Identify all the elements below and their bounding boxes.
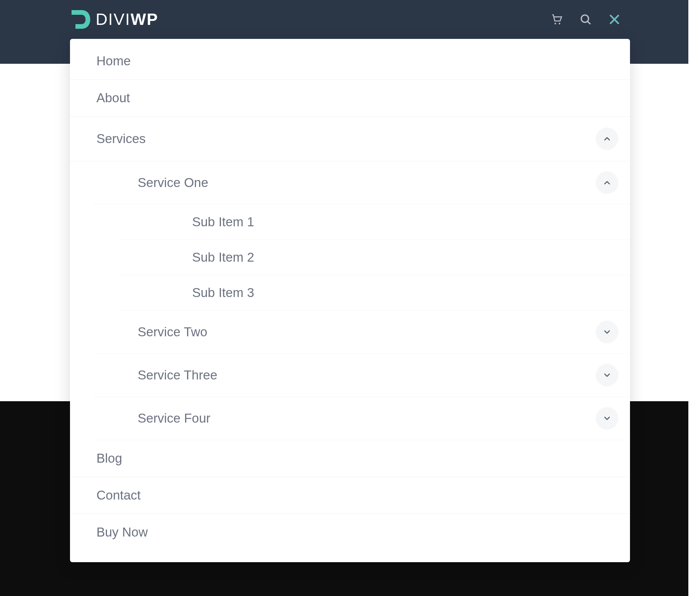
mobile-menu-panel: Home About Services Service One Sub Item…: [70, 39, 630, 562]
menu-item-home[interactable]: Home: [70, 43, 630, 80]
menu-item-label: About: [96, 91, 130, 105]
search-icon[interactable]: [578, 12, 593, 27]
menu-item-sub-2[interactable]: Sub Item 2: [121, 240, 630, 275]
expand-toggle[interactable]: [596, 364, 618, 386]
logo-text: DIVIWP: [96, 10, 158, 29]
collapse-toggle[interactable]: [596, 128, 618, 150]
menu-item-sub-3[interactable]: Sub Item 3: [121, 275, 630, 311]
close-icon[interactable]: [607, 12, 622, 27]
svg-point-1: [559, 23, 560, 24]
menu-item-about[interactable]: About: [70, 80, 630, 117]
menu-item-services[interactable]: Services: [70, 117, 630, 161]
expand-toggle[interactable]: [596, 407, 618, 430]
chevron-down-icon: [602, 414, 612, 423]
menu-item-blog[interactable]: Blog: [70, 440, 630, 477]
collapse-toggle[interactable]: [596, 171, 618, 194]
svg-point-0: [555, 23, 556, 24]
site-header: DIVIWP: [0, 0, 700, 39]
site-logo[interactable]: DIVIWP: [70, 9, 158, 30]
menu-item-label: Sub Item 3: [192, 285, 254, 300]
svg-line-3: [588, 21, 590, 24]
chevron-down-icon: [602, 371, 612, 380]
menu-item-service-three[interactable]: Service Three: [93, 354, 630, 397]
menu-item-label: Sub Item 2: [192, 250, 254, 265]
logo-icon: [70, 9, 92, 30]
chevron-up-icon: [602, 134, 612, 143]
menu-item-buy-now[interactable]: Buy Now: [70, 514, 630, 551]
menu-item-sub-1[interactable]: Sub Item 1: [121, 204, 630, 240]
menu-item-label: Blog: [96, 451, 122, 466]
menu-item-contact[interactable]: Contact: [70, 477, 630, 514]
menu-item-label: Service One: [138, 175, 208, 190]
menu-item-label: Home: [96, 54, 131, 68]
menu-item-label: Contact: [96, 488, 141, 503]
chevron-up-icon: [602, 178, 612, 187]
menu-item-label: Services: [96, 131, 146, 146]
chevron-down-icon: [602, 327, 612, 337]
menu-item-label: Service Three: [138, 368, 217, 383]
svg-point-2: [581, 15, 589, 23]
menu-item-service-two[interactable]: Service Two: [93, 311, 630, 354]
menu-item-label: Buy Now: [96, 525, 148, 540]
menu-item-label: Sub Item 1: [192, 215, 254, 229]
menu-item-label: Service Four: [138, 411, 210, 426]
expand-toggle[interactable]: [596, 321, 618, 343]
header-icons: [549, 12, 622, 27]
right-edge-strip: [688, 0, 700, 596]
menu-item-service-four[interactable]: Service Four: [93, 397, 630, 440]
menu-item-service-one[interactable]: Service One: [93, 161, 630, 204]
menu-item-label: Service Two: [138, 325, 207, 339]
cart-icon[interactable]: [549, 12, 565, 27]
